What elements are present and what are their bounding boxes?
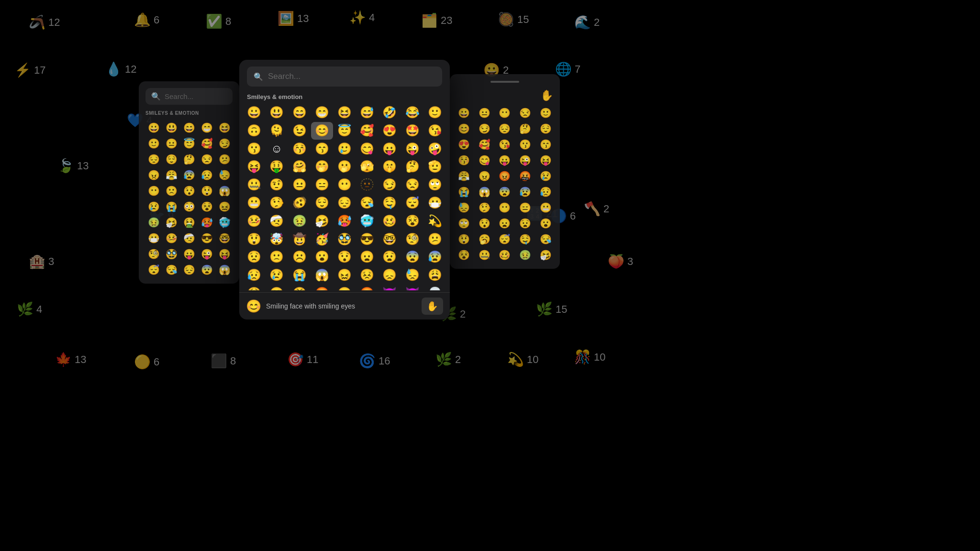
center-emoji-btn[interactable]: 😓 (401, 266, 423, 284)
right-emoji-btn[interactable]: 🤧 (536, 248, 555, 262)
left-emoji-btn[interactable]: 🥵 (199, 215, 215, 230)
center-emoji-btn[interactable]: 😐 (288, 176, 310, 194)
center-emoji-btn[interactable]: 😘 (424, 122, 446, 140)
center-emoji-btn[interactable]: 😷 (424, 194, 446, 212)
left-emoji-btn[interactable]: 😶 (145, 184, 162, 198)
center-emoji-btn[interactable]: 😥 (243, 266, 265, 284)
center-emoji-btn[interactable]: 😠 (334, 285, 356, 290)
left-emoji-btn[interactable]: 🤔 (181, 152, 197, 166)
center-emoji-btn[interactable]: 🤕 (266, 212, 288, 230)
right-emoji-btn[interactable]: 😵 (455, 248, 474, 262)
right-emoji-btn[interactable]: 😢 (536, 169, 555, 183)
left-emoji-btn[interactable]: 😱 (216, 263, 233, 277)
right-emoji-btn[interactable]: 😑 (516, 200, 535, 215)
center-emoji-btn[interactable]: 🫣 (356, 158, 378, 176)
center-emoji-btn[interactable]: 🤫 (379, 158, 401, 176)
center-emoji-btn[interactable]: 🥵 (334, 212, 356, 230)
left-emoji-btn[interactable]: 🤒 (163, 231, 179, 245)
center-emoji-btn[interactable]: 🤥 (266, 194, 288, 212)
center-emoji-btn[interactable]: 🤬 (356, 285, 378, 290)
left-emoji-btn[interactable]: 😐 (163, 136, 179, 151)
center-emoji-btn[interactable]: 🥸 (334, 231, 356, 248)
right-emoji-btn[interactable]: 😯 (475, 216, 494, 231)
center-search-placeholder[interactable]: Search... (268, 72, 301, 81)
left-emoji-btn[interactable]: 😖 (216, 199, 233, 214)
left-emoji-btn[interactable]: 😜 (199, 247, 215, 261)
center-emoji-btn[interactable]: 🤤 (379, 194, 401, 212)
center-emoji-btn[interactable]: 🤭 (311, 158, 333, 176)
center-emoji-btn[interactable]: ☺️ (266, 140, 288, 158)
center-emoji-btn[interactable]: 😁 (311, 104, 333, 121)
left-emoji-btn[interactable]: 🥶 (216, 215, 233, 230)
center-emoji-btn[interactable]: 😃 (266, 104, 288, 121)
right-emoji-btn[interactable]: 😍 (455, 137, 474, 152)
right-emoji-btn[interactable]: 😠 (475, 169, 494, 183)
right-emoji-btn[interactable]: 🙄 (455, 216, 474, 231)
left-emoji-btn[interactable]: 😳 (181, 199, 197, 214)
right-emoji-btn[interactable]: 🤔 (516, 121, 535, 136)
right-emoji-btn[interactable]: 🤐 (475, 248, 494, 262)
center-emoji-btn[interactable]: 😦 (356, 248, 378, 266)
right-emoji-btn[interactable]: 😮 (536, 216, 555, 231)
right-emoji-btn[interactable]: 😧 (516, 216, 535, 231)
center-emoji-btn[interactable]: 😲 (243, 231, 265, 248)
left-emoji-btn[interactable]: 😒 (199, 152, 215, 166)
center-emoji-btn[interactable]: 😢 (266, 266, 288, 284)
center-emoji-btn[interactable]: 🤑 (266, 158, 288, 176)
right-emoji-btn[interactable]: 😘 (495, 137, 514, 152)
left-emoji-btn[interactable]: 🤧 (163, 215, 179, 230)
center-emoji-btn[interactable]: 🥰 (356, 122, 378, 140)
center-emoji-btn[interactable]: 😡 (311, 285, 333, 290)
left-emoji-btn[interactable]: 🥸 (163, 247, 179, 261)
center-emoji-btn[interactable]: 😇 (334, 122, 356, 140)
center-emoji-btn[interactable]: 🫠 (266, 122, 288, 140)
right-emoji-btn[interactable]: 😱 (475, 185, 494, 199)
center-emoji-btn[interactable]: 😫 (243, 285, 265, 290)
center-emoji-btn[interactable]: 😛 (379, 140, 401, 158)
center-emoji-btn[interactable]: 🙂 (424, 104, 446, 121)
center-emoji-btn[interactable]: 😕 (424, 231, 446, 248)
center-emoji-btn[interactable]: 😮 (311, 248, 333, 266)
center-emoji-btn[interactable]: 😯 (334, 248, 356, 266)
center-emoji-btn[interactable]: 😴 (401, 194, 423, 212)
center-emoji-btn[interactable]: 😀 (243, 104, 265, 121)
center-emoji-btn[interactable]: 😈 (379, 285, 401, 290)
center-emoji-btn[interactable]: 🤣 (379, 104, 401, 121)
center-emoji-btn[interactable]: ☹️ (288, 248, 310, 266)
center-emoji-btn[interactable]: 😪 (356, 194, 378, 212)
left-emoji-btn[interactable]: 😵 (199, 199, 215, 214)
center-emoji-btn[interactable]: 😄 (288, 104, 310, 121)
left-emoji-btn[interactable]: 😨 (199, 263, 215, 277)
left-emoji-btn[interactable]: 😤 (163, 168, 179, 182)
center-emoji-btn[interactable]: 🤯 (266, 231, 288, 248)
center-emoji-btn[interactable]: 😒 (401, 176, 423, 194)
center-emoji-btn[interactable]: 👿 (401, 285, 423, 290)
right-emoji-btn[interactable]: 🥱 (475, 232, 494, 246)
center-emoji-btn[interactable]: 🤨 (266, 176, 288, 194)
left-emoji-btn[interactable]: 🧐 (145, 247, 162, 261)
center-emoji-btn[interactable]: 😰 (424, 248, 446, 266)
left-emoji-btn[interactable]: 🤓 (216, 231, 233, 245)
right-emoji-btn[interactable]: 😗 (516, 137, 535, 152)
center-emoji-btn[interactable]: 🙃 (243, 122, 265, 140)
center-emoji-btn[interactable]: 😂 (401, 104, 423, 121)
left-emoji-btn[interactable]: 😠 (145, 168, 162, 182)
left-emoji-btn[interactable]: 🙂 (145, 136, 162, 151)
center-emoji-btn[interactable]: 😙 (311, 140, 333, 158)
center-emoji-btn[interactable]: 😉 (288, 122, 310, 140)
center-emoji-btn[interactable]: 😌 (311, 194, 333, 212)
center-emoji-btn[interactable]: 😔 (334, 194, 356, 212)
center-emoji-btn[interactable]: 😞 (379, 266, 401, 284)
right-emoji-btn[interactable]: 😥 (536, 185, 555, 199)
left-emoji-btn[interactable]: 😲 (199, 184, 215, 198)
center-emoji-btn[interactable]: 🫥 (356, 176, 378, 194)
center-emoji-btn[interactable]: 😬 (243, 194, 265, 212)
left-emoji-btn[interactable]: 😷 (145, 231, 162, 245)
center-emoji-btn[interactable]: 😖 (334, 266, 356, 284)
right-emoji-btn[interactable]: 😊 (455, 121, 474, 136)
center-emoji-btn[interactable]: 🧐 (401, 231, 423, 248)
right-emoji-btn[interactable]: 🙂 (536, 106, 555, 120)
left-emoji-btn[interactable]: 😥 (199, 168, 215, 182)
right-emoji-btn[interactable]: 😶 (495, 200, 514, 215)
center-emoji-btn[interactable]: 🙁 (266, 248, 288, 266)
